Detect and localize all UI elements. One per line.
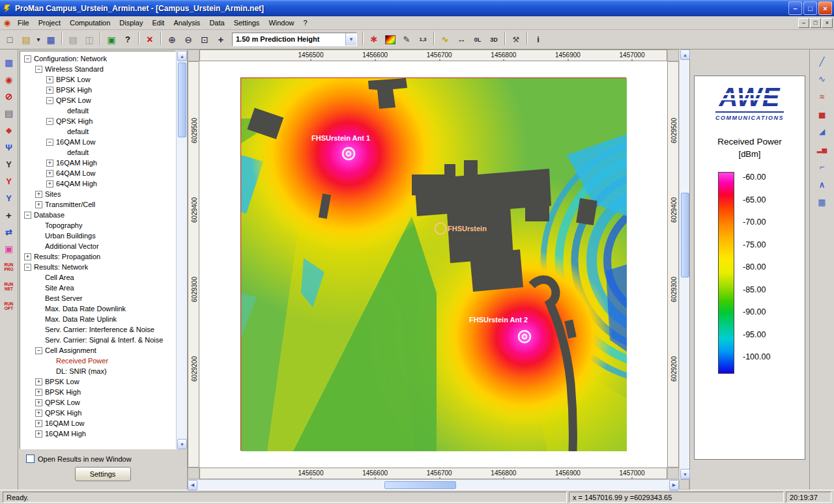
tree-item[interactable]: Max. Data Rate Uplink [20, 314, 175, 324]
tree-item[interactable]: Max. Data Rate Downlink [20, 303, 175, 314]
tree-scrollbar-thumb[interactable] [178, 63, 186, 137]
chart-area-button[interactable]: ◢ [814, 124, 831, 139]
menu-edit[interactable]: Edit [147, 18, 169, 28]
move-button[interactable]: + [1, 207, 17, 223]
tree-item[interactable]: Serv. Carrier: Signal & Interf. & Noise [20, 335, 175, 345]
antenna-edit-button[interactable]: Y [1, 190, 17, 206]
tree-item[interactable]: +Results: Propagation [20, 251, 175, 262]
gradient-button[interactable] [382, 32, 398, 48]
tree-item[interactable]: +16QAM High [20, 428, 175, 439]
menu-settings[interactable]: Settings [229, 18, 265, 28]
map-canvas[interactable]: FHSUrstein Ant 1 FHSUrstein FHSUrstein A… [199, 61, 667, 468]
record-button[interactable]: ◉ [1, 72, 17, 87]
tree-item[interactable]: −16QAM Low [20, 137, 175, 147]
mdi-restore-button[interactable]: □ [810, 18, 821, 28]
tree-item[interactable]: Received Power [20, 356, 175, 366]
mdi-close-button[interactable]: × [822, 18, 833, 28]
expand-icon[interactable]: + [35, 430, 42, 438]
refresh-button[interactable]: ⇄ [1, 224, 17, 240]
tree-item[interactable]: −Database [20, 210, 175, 220]
chart-curve-button[interactable]: ∿ [814, 71, 831, 87]
menu-window[interactable]: Window [264, 18, 298, 28]
expand-icon[interactable]: + [46, 160, 53, 167]
tree-item[interactable]: Site Area [20, 283, 175, 293]
tree-item[interactable]: +QPSK High [20, 408, 175, 418]
numbering-button[interactable]: 1,3 [415, 32, 431, 48]
save-button[interactable]: ▦ [43, 32, 59, 48]
collapse-icon[interactable]: − [35, 66, 42, 73]
tree-item[interactable]: +BPSK Low [20, 74, 175, 85]
scroll-down-icon[interactable]: ▼ [177, 439, 187, 449]
collapse-icon[interactable]: − [46, 139, 53, 146]
grid-table-button[interactable]: ▦ [1, 55, 17, 70]
mdi-minimize-button[interactable]: – [798, 18, 809, 28]
tree-item[interactable]: −Configuration: Network [20, 53, 175, 64]
print-preview-button[interactable]: ◫ [81, 32, 97, 48]
hook-button[interactable]: ∿ [437, 32, 453, 48]
tree-item[interactable]: +BPSK High [20, 85, 175, 95]
maximize-button[interactable]: □ [803, 1, 817, 15]
tree-item[interactable]: +64QAM Low [20, 168, 175, 178]
menu-project[interactable]: Project [34, 18, 65, 28]
expand-icon[interactable]: + [46, 76, 53, 83]
chart-histogram-button[interactable]: ▂▅ [814, 141, 831, 157]
menu-computation[interactable]: Computation [65, 18, 115, 28]
menu-display[interactable]: Display [115, 18, 147, 28]
map-vertical-scrollbar[interactable]: ▲ ▼ [679, 49, 689, 479]
expand-icon[interactable]: + [35, 410, 42, 417]
chart-bars-button[interactable]: ▅ [814, 106, 831, 122]
tree-item[interactable]: +16QAM Low [20, 418, 175, 428]
menu--[interactable]: ? [299, 18, 312, 28]
antenna-delete-button[interactable]: Y [1, 173, 17, 189]
zoom-in-button[interactable]: ⊕ [164, 32, 180, 48]
tree-item[interactable]: Serv. Carrier: Interference & Noise [20, 324, 175, 335]
doc-results-button[interactable]: ▤ [1, 105, 17, 121]
open-dropdown-button[interactable]: ▾ [35, 32, 42, 48]
minimize-button[interactable]: – [788, 1, 802, 15]
pan-button[interactable]: + [213, 32, 229, 48]
antenna-button[interactable]: Y [1, 156, 17, 172]
zoom-out-button[interactable]: ⊖ [180, 32, 196, 48]
palette-button[interactable]: ✱ [366, 32, 382, 48]
prediction-height-combobox[interactable]: 1.50 m Prediction Height ▼ [232, 33, 357, 46]
print-button[interactable]: ▤ [65, 32, 81, 48]
expand-icon[interactable]: + [35, 201, 42, 208]
tree-item[interactable]: −Cell Assignment [20, 345, 175, 356]
menu-file[interactable]: File [13, 18, 34, 28]
expand-icon[interactable]: + [35, 191, 42, 198]
tree-item[interactable]: +16QAM High [20, 158, 175, 168]
tree-item[interactable]: default [20, 126, 175, 137]
expand-icon[interactable]: + [35, 378, 42, 385]
expand-icon[interactable]: + [46, 170, 53, 177]
tree-item[interactable]: +64QAM High [20, 178, 175, 189]
scroll-down-icon[interactable]: ▼ [680, 469, 690, 479]
tree-item[interactable]: −Results: Network [20, 262, 175, 272]
tree-item[interactable]: +BPSK Low [20, 376, 175, 387]
map-vscroll-thumb[interactable] [681, 193, 689, 277]
tree-item[interactable]: −QPSK High [20, 116, 175, 126]
menu-analysis[interactable]: Analysis [169, 18, 205, 28]
new-file-button[interactable]: □ [2, 32, 18, 48]
expand-icon[interactable]: + [24, 253, 31, 260]
chart-steps-button[interactable]: ⌐ [814, 159, 831, 175]
tree-item[interactable]: Additional Vector [20, 241, 175, 251]
scroll-right-icon[interactable]: ▶ [669, 480, 679, 490]
chart-matrix-button[interactable]: ▦ [814, 194, 831, 210]
expand-icon[interactable]: + [35, 420, 42, 427]
tree-item[interactable]: +QPSK Low [20, 397, 175, 408]
collapse-icon[interactable]: − [46, 118, 53, 125]
marker-button[interactable]: ▣ [1, 241, 17, 257]
open-file-button[interactable]: ▤ [18, 32, 34, 48]
collapse-icon[interactable]: − [24, 212, 31, 219]
scroll-left-icon[interactable]: ◀ [188, 480, 197, 490]
zoom-area-button[interactable]: ⊡ [197, 32, 212, 48]
radio-waves-button[interactable]: Ψ [1, 139, 17, 155]
tree-item[interactable]: −Wireless Standard [20, 64, 175, 74]
expand-icon[interactable]: + [46, 87, 53, 94]
tree-scrollbar[interactable]: ▲ ▼ [176, 51, 187, 449]
expand-icon[interactable]: + [46, 180, 53, 188]
collapse-icon[interactable]: − [24, 264, 31, 271]
tree-item[interactable]: default [20, 105, 175, 116]
chart-diagonal-button[interactable]: ╱ [814, 53, 831, 69]
collapse-icon[interactable]: − [35, 347, 42, 354]
